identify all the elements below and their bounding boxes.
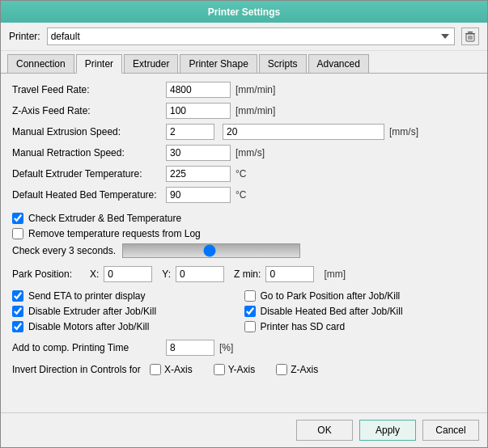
disable-heated-bed-row: Disable Heated Bed after Job/Kill [244, 306, 477, 317]
park-position-label: Park Position: [12, 268, 85, 280]
invert-x-group: X-Axis [150, 364, 193, 375]
tab-printer[interactable]: Printer [76, 54, 122, 74]
check-extruder-bed-label: Check Extruder & Bed Temperature [28, 213, 181, 224]
send-eta-row: Send ETA to printer display [12, 290, 244, 302]
invert-y-checkbox[interactable] [214, 364, 225, 375]
travel-feed-rate-row: Travel Feed Rate: [mm/min] [12, 82, 476, 98]
park-x-label: X: [90, 268, 99, 280]
default-extruder-temp-unit: °C [236, 168, 246, 180]
manual-retraction-speed-row: Manual Retraction Speed: [mm/s] [12, 145, 476, 161]
park-zmin-input[interactable] [265, 266, 314, 282]
window-title: Printer Settings [208, 6, 280, 18]
manual-retraction-speed-label: Manual Retraction Speed: [12, 147, 166, 158]
manual-extrusion-speed-input1[interactable] [166, 124, 214, 140]
disable-motors-checkbox[interactable] [12, 321, 23, 332]
tab-content: Travel Feed Rate: [mm/min] Z-Axis Feed R… [1, 74, 487, 412]
printer-settings-window: Printer Settings Printer: default Connec… [0, 0, 488, 448]
delete-printer-button[interactable] [461, 27, 479, 45]
title-bar: Printer Settings [1, 1, 487, 23]
add-to-comp-input[interactable] [166, 340, 214, 356]
col-left: Send ETA to printer display Disable Extr… [12, 290, 244, 336]
invert-z-label: Z-Axis [291, 364, 318, 375]
park-y-label: Y: [162, 268, 171, 280]
apply-button[interactable]: Apply [359, 420, 416, 441]
travel-feed-rate-input[interactable] [166, 82, 231, 98]
invert-y-label: Y-Axis [228, 364, 256, 375]
z-axis-feed-rate-label: Z-Axis Feed Rate: [12, 105, 166, 116]
send-eta-checkbox[interactable] [12, 290, 23, 302]
park-unit: [mm] [324, 268, 346, 280]
default-heated-bed-temp-input[interactable] [166, 187, 231, 203]
default-extruder-temp-label: Default Extruder Temperature: [12, 168, 166, 180]
disable-heated-bed-label: Disable Heated Bed after Job/Kill [261, 306, 403, 317]
add-to-comp-unit: [%] [219, 342, 233, 353]
printer-row: Printer: default [1, 23, 487, 51]
cancel-button[interactable]: Cancel [422, 420, 479, 441]
invert-y-group: Y-Axis [214, 364, 256, 375]
manual-extrusion-speed-unit: [mm/s] [389, 126, 418, 137]
disable-extruder-checkbox[interactable] [12, 306, 23, 317]
printer-has-sd-row: Printer has SD card [244, 321, 477, 332]
travel-feed-rate-unit: [mm/min] [236, 84, 275, 95]
ok-button[interactable]: OK [296, 420, 353, 441]
trash-icon [465, 31, 476, 42]
tab-printer-shape[interactable]: Printer Shape [180, 54, 257, 73]
manual-extrusion-speed-label: Manual Extrusion Speed: [12, 126, 166, 137]
go-to-park-label: Go to Park Position after Job/Kill [261, 290, 401, 302]
default-heated-bed-temp-unit: °C [236, 189, 246, 201]
send-eta-label: Send ETA to printer display [28, 290, 146, 302]
remove-temp-log-label: Remove temperature requests from Log [28, 228, 201, 239]
invert-direction-label: Invert Direction in Controls for [12, 364, 142, 375]
two-col-checkboxes: Send ETA to printer display Disable Extr… [12, 290, 476, 336]
tab-connection[interactable]: Connection [7, 54, 74, 73]
remove-temp-log-checkbox[interactable] [12, 228, 23, 239]
park-y-input[interactable] [176, 266, 224, 282]
park-zmin-label: Z min: [234, 268, 261, 280]
invert-x-label: X-Axis [164, 364, 193, 375]
manual-retraction-speed-input[interactable] [166, 145, 231, 161]
disable-heated-bed-checkbox[interactable] [244, 306, 256, 317]
tab-bar: Connection Printer Extruder Printer Shap… [1, 51, 487, 74]
disable-motors-label: Disable Motors after Job/Kill [28, 321, 149, 332]
disable-motors-row: Disable Motors after Job/Kill [12, 321, 244, 332]
z-axis-feed-rate-unit: [mm/min] [236, 105, 275, 116]
check-interval-row: Check every 3 seconds. [12, 243, 476, 258]
check-extruder-bed-row: Check Extruder & Bed Temperature [12, 213, 476, 224]
tab-advanced[interactable]: Advanced [308, 54, 369, 73]
col-right: Go to Park Position after Job/Kill Disab… [244, 290, 477, 336]
tab-scripts[interactable]: Scripts [259, 54, 307, 73]
svg-rect-1 [468, 32, 473, 33]
check-extruder-bed-checkbox[interactable] [12, 213, 23, 224]
disable-extruder-row: Disable Extruder after Job/Kill [12, 306, 244, 317]
disable-extruder-label: Disable Extruder after Job/Kill [28, 306, 156, 317]
remove-temp-log-row: Remove temperature requests from Log [12, 228, 476, 239]
go-to-park-row: Go to Park Position after Job/Kill [244, 290, 477, 302]
check-interval-label: Check every 3 seconds. [12, 245, 116, 256]
printer-select[interactable]: default [47, 27, 455, 45]
manual-retraction-speed-unit: [mm/s] [236, 147, 265, 158]
go-to-park-checkbox[interactable] [244, 290, 256, 302]
tab-extruder[interactable]: Extruder [124, 54, 178, 73]
check-interval-slider[interactable] [122, 243, 300, 258]
invert-x-checkbox[interactable] [150, 364, 161, 375]
add-to-comp-label: Add to comp. Printing Time [12, 342, 166, 353]
printer-has-sd-label: Printer has SD card [261, 321, 346, 332]
default-extruder-temp-input[interactable] [166, 166, 231, 182]
manual-extrusion-speed-input2[interactable] [223, 124, 384, 140]
default-heated-bed-temp-row: Default Heated Bed Temperature: °C [12, 187, 476, 203]
default-heated-bed-temp-label: Default Heated Bed Temperature: [12, 189, 166, 201]
add-to-comp-row: Add to comp. Printing Time [%] [12, 340, 476, 356]
invert-z-checkbox[interactable] [276, 364, 287, 375]
printer-has-sd-checkbox[interactable] [244, 321, 256, 332]
manual-extrusion-speed-row: Manual Extrusion Speed: [mm/s] [12, 124, 476, 140]
z-axis-feed-rate-row: Z-Axis Feed Rate: [mm/min] [12, 103, 476, 119]
printer-label: Printer: [9, 31, 40, 42]
invert-direction-row: Invert Direction in Controls for X-Axis … [12, 364, 476, 375]
invert-z-group: Z-Axis [276, 364, 318, 375]
footer: OK Apply Cancel [1, 412, 487, 447]
z-axis-feed-rate-input[interactable] [166, 103, 231, 119]
default-extruder-temp-row: Default Extruder Temperature: °C [12, 166, 476, 182]
park-x-input[interactable] [104, 266, 152, 282]
travel-feed-rate-label: Travel Feed Rate: [12, 84, 166, 95]
park-position-row: Park Position: X: Y: Z min: [mm] [12, 266, 476, 282]
